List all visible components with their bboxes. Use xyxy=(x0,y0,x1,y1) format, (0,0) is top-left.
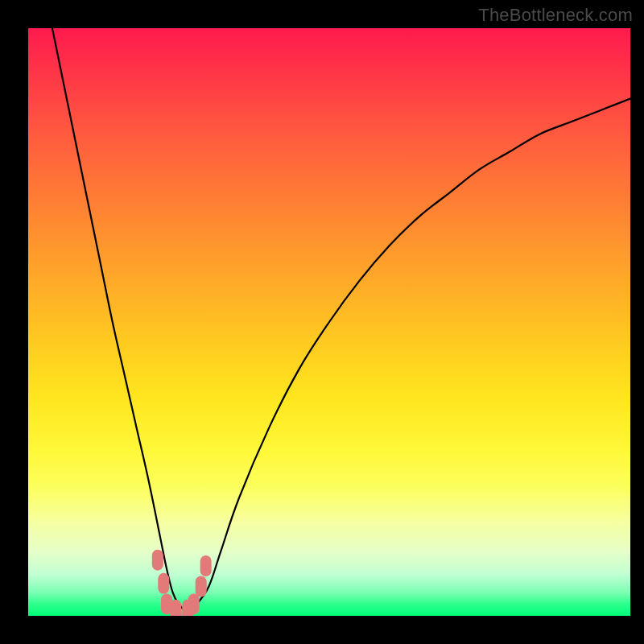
curve-svg xyxy=(28,28,630,616)
curve-marker xyxy=(152,550,163,571)
curve-marker xyxy=(200,555,212,576)
curve-marker xyxy=(196,576,207,597)
curve-markers xyxy=(152,550,212,616)
watermark-text: TheBottleneck.com xyxy=(478,5,633,26)
curve-marker xyxy=(158,573,169,594)
chart-frame: TheBottleneck.com xyxy=(0,0,644,644)
plot-area xyxy=(28,28,630,616)
curve-marker xyxy=(170,600,181,616)
bottleneck-curve xyxy=(52,28,630,611)
curve-marker xyxy=(188,593,200,614)
